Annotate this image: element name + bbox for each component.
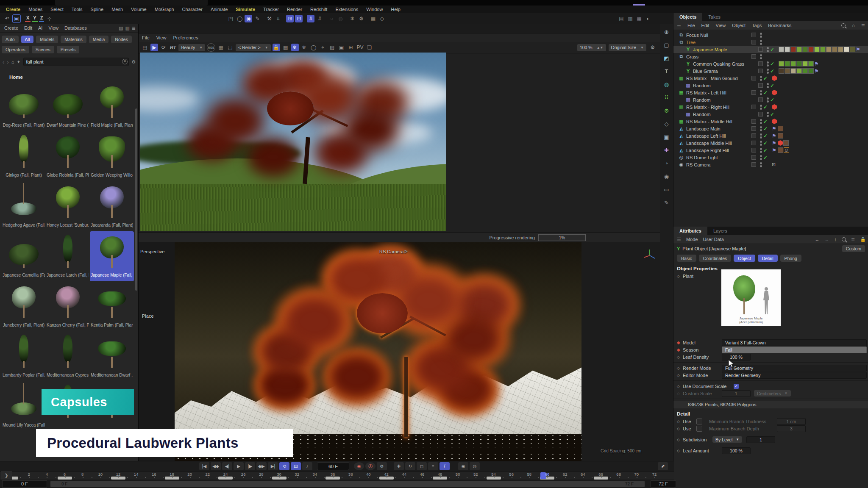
- play-render-icon[interactable]: ▶: [150, 44, 158, 51]
- om-menu-item[interactable]: Object: [732, 23, 746, 28]
- key-parameter-button[interactable]: ≡: [428, 462, 438, 470]
- goto-end-button[interactable]: ▶|: [268, 462, 278, 470]
- filter-icon[interactable]: ≣: [861, 23, 865, 28]
- flag-tag[interactable]: [814, 68, 820, 74]
- object-edit-toggle[interactable]: [751, 119, 758, 124]
- snapshot-icon[interactable]: ❄: [291, 44, 299, 51]
- autokey-button[interactable]: Ⓐ: [365, 462, 376, 470]
- edge-mode-icon[interactable]: ✎: [253, 15, 261, 22]
- use-doc-scale-checkbox[interactable]: ✓: [734, 384, 739, 389]
- object-edit-toggle[interactable]: [751, 155, 758, 160]
- asset-item[interactable]: Dwarf Mountain Pine (...: [46, 81, 90, 131]
- visibility-dots[interactable]: [758, 105, 763, 110]
- render-to-pv-button[interactable]: ▥: [626, 15, 634, 22]
- object-row[interactable]: Landscape Left Hill ✓: [673, 132, 868, 139]
- view-layout-icon[interactable]: ▦: [369, 15, 377, 22]
- sphere-primitive-icon[interactable]: ◍: [662, 80, 671, 89]
- swatch-tag[interactable]: [790, 47, 796, 52]
- asset-item[interactable]: Dog-Rose (Fall, Plant): [2, 81, 46, 131]
- asset-item[interactable]: Jacaranda (Fall, Plant): [90, 181, 134, 231]
- prev-frame-button[interactable]: ◀|: [222, 462, 232, 470]
- axis-x-button[interactable]: X: [25, 15, 31, 22]
- object-row[interactable]: Tree ✓: [673, 39, 868, 46]
- custom-scale-field[interactable]: 1: [722, 390, 751, 397]
- param-diamond-icon[interactable]: ◇: [677, 366, 683, 370]
- add-cube-icon[interactable]: ◩: [662, 53, 671, 63]
- asset-item[interactable]: Kentia Palm (Fall, Plant): [90, 281, 134, 331]
- object-row[interactable]: RS Camera ✓: [673, 161, 868, 168]
- filter-chip[interactable]: Scenes: [32, 46, 54, 53]
- menu-item[interactable]: Tools: [72, 7, 83, 12]
- ruler-tick-label[interactable]: 48: [435, 472, 445, 477]
- menu-item[interactable]: Volume: [131, 7, 147, 12]
- object-row[interactable]: Random ✓: [673, 111, 868, 118]
- object-edit-toggle[interactable]: [758, 61, 765, 66]
- asset-menu-item[interactable]: Edit: [24, 25, 32, 30]
- menu-item[interactable]: Mesh: [111, 7, 123, 12]
- enable-check[interactable]: ✓: [770, 47, 779, 53]
- asset-scrollbar[interactable]: [135, 108, 137, 291]
- ruler-tick-label[interactable]: 30: [274, 472, 284, 477]
- filter-chip[interactable]: Auto: [2, 36, 19, 43]
- disabled-tag[interactable]: [784, 147, 789, 153]
- visibility-dots[interactable]: [758, 54, 763, 59]
- key-scale-button[interactable]: ◻: [417, 462, 427, 470]
- quantize-icon[interactable]: #: [316, 15, 323, 22]
- swatch-tag[interactable]: [802, 47, 808, 52]
- panel-tab[interactable]: Takes: [702, 13, 726, 21]
- asset-menu-item[interactable]: Databases: [64, 25, 87, 30]
- swatch-tag[interactable]: [802, 68, 808, 74]
- range-end-field[interactable]: 72 F: [651, 480, 676, 488]
- asset-item[interactable]: Golden Weeping Willo...: [90, 131, 134, 181]
- object-row[interactable]: RS Matrix - Main Ground ✓: [673, 75, 868, 82]
- ruler-tick-label[interactable]: 52: [470, 472, 481, 477]
- asset-item[interactable]: Mediterranean Dwarf ...: [90, 331, 134, 381]
- text-tool-icon[interactable]: T: [662, 67, 671, 76]
- solo-off-icon[interactable]: ○: [328, 15, 335, 22]
- object-edit-toggle[interactable]: [751, 54, 758, 59]
- enable-check[interactable]: ✓: [763, 155, 772, 161]
- object-row[interactable]: Landscape Middle Hill ✓: [673, 139, 868, 147]
- ruler-tick-label[interactable]: 66: [596, 472, 606, 477]
- enable-check[interactable]: ✓: [770, 97, 779, 103]
- view-toggle-icon[interactable]: ◇: [378, 15, 386, 22]
- ruler-tick-label[interactable]: 70: [632, 472, 642, 477]
- object-row[interactable]: Japanese Maple ✓: [673, 46, 868, 53]
- swatch-tag[interactable]: [844, 47, 849, 52]
- flag-tag[interactable]: [772, 147, 777, 153]
- swatch-tag[interactable]: [778, 126, 783, 131]
- object-edit-toggle[interactable]: [751, 76, 758, 80]
- array-icon[interactable]: ▣: [662, 132, 671, 141]
- object-edit-toggle[interactable]: [758, 97, 765, 102]
- leaf-density-field[interactable]: 100 %: [722, 354, 751, 360]
- tile-view-icon[interactable]: ▦: [282, 44, 289, 51]
- axis-y-button[interactable]: Y: [32, 15, 37, 22]
- key-rotation-button[interactable]: ↻: [405, 462, 415, 470]
- max-branch-field[interactable]: 3: [777, 425, 806, 432]
- asset-item[interactable]: Ginkgo (Fall, Plant): [2, 131, 46, 181]
- simulation-freeze-icon[interactable]: ❄: [348, 15, 356, 22]
- object-row[interactable]: Blue Grama ✓: [673, 67, 868, 75]
- cluster-icon[interactable]: ⠿: [662, 93, 671, 102]
- prev-key-button[interactable]: ◀◆: [211, 462, 221, 470]
- undo-icon[interactable]: ↶: [3, 15, 11, 22]
- object-edit-toggle[interactable]: [751, 90, 758, 95]
- list-view-icon[interactable]: ▥: [125, 25, 129, 31]
- picture-viewer-icon[interactable]: PV: [356, 44, 364, 51]
- enable-check[interactable]: ✓: [763, 133, 772, 139]
- hamburger-icon[interactable]: ☰: [677, 237, 681, 242]
- attribute-tab-chip[interactable]: Phong: [780, 255, 801, 262]
- panel-menu-icon[interactable]: ≣: [132, 25, 136, 31]
- ruler-tick-label[interactable]: 4: [42, 472, 52, 477]
- swatch-tag[interactable]: [779, 47, 784, 52]
- ruler-tick-label[interactable]: 56: [506, 472, 517, 477]
- search-icon[interactable]: [841, 23, 846, 28]
- object-edit-toggle[interactable]: [758, 69, 765, 73]
- visibility-dots[interactable]: [758, 141, 763, 146]
- render-menu-item[interactable]: File: [142, 35, 150, 40]
- object-edit-toggle[interactable]: [751, 126, 758, 131]
- browser-settings-icon[interactable]: ⚙: [131, 59, 136, 65]
- filter-chip[interactable]: Materials: [61, 36, 86, 43]
- filter-chip[interactable]: All: [21, 36, 34, 43]
- ruler-tick-label[interactable]: 18: [167, 472, 177, 477]
